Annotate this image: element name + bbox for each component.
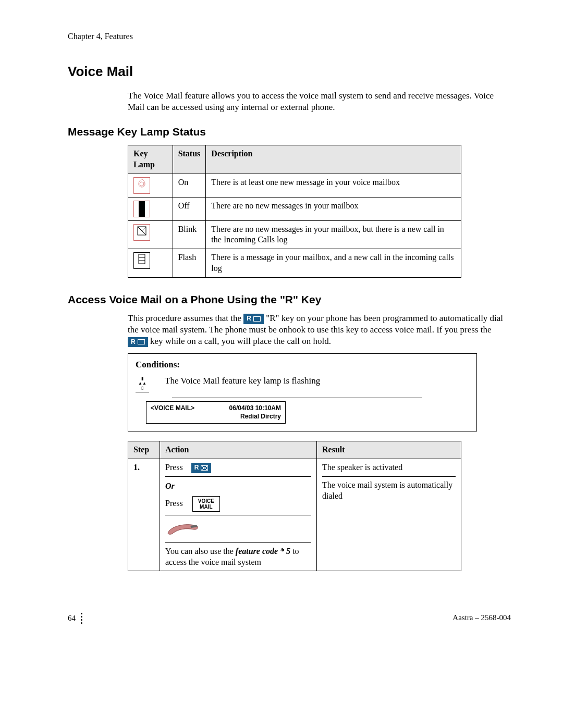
table-row: Off There are no new messages in your ma…: [128, 197, 461, 220]
r-key-icon: R: [243, 314, 264, 324]
text-fragment: key while on a call, you will place the …: [150, 336, 331, 346]
table-header: Step: [128, 441, 160, 459]
press-label: Press: [165, 499, 183, 508]
table-row: Flash There is a message in your mailbox…: [128, 249, 461, 278]
table-header: Action: [160, 441, 317, 459]
result-text: The speaker is activated: [322, 462, 456, 473]
svg-rect-2: [139, 254, 145, 264]
page-number: 64: [68, 613, 76, 624]
step-action-cell: Press R Or Press VOICEMAIL You can also …: [160, 459, 317, 571]
or-label: Or: [165, 481, 311, 492]
conditions-box: Conditions: ▮▲▲▯ The Voice Mail feature …: [128, 353, 477, 431]
divider: [165, 542, 311, 543]
step-result-cell: The speaker is activated The voice mail …: [317, 459, 461, 571]
table-row: 1. Press R Or Press VOICEMAIL You can a: [128, 459, 461, 571]
conditions-title: Conditions:: [136, 359, 469, 371]
lamp-desc-cell: There is at least one new message in you…: [206, 174, 461, 197]
lamp-status-cell: Blink: [173, 220, 206, 249]
footer-doc-id: Aastra – 2568-004: [452, 613, 511, 624]
step-number: 1.: [128, 459, 160, 571]
procedure-paragraph: This procedure assumes that the R "R" ke…: [128, 313, 511, 347]
flashing-lamp-icon: ▮▲▲▯: [136, 375, 149, 392]
lamp-desc-cell: There are no new messages in your mailbo…: [206, 197, 461, 220]
page-title: Voice Mail: [68, 63, 511, 81]
lcd-left-text: <VOICE MAIL>: [151, 404, 194, 413]
feature-code-note: You can also use the feature code * 5 to…: [165, 546, 311, 568]
lcd-right-text: 06/04/03 10:10AM: [229, 404, 281, 413]
chapter-header: Chapter 4, Features: [68, 31, 511, 42]
lamp-desc-cell: There are no new messages in your mailbo…: [206, 220, 461, 249]
handset-icon: [165, 522, 202, 536]
step-table: Step Action Result 1. Press R Or Press V…: [128, 441, 461, 571]
page-footer: 64 Aastra – 2568-004: [68, 613, 511, 624]
table-row: Blink There are no new messages in your …: [128, 220, 461, 249]
r-key-icon: R: [128, 337, 148, 348]
lamp-blink-icon: [133, 224, 150, 241]
r-key-icon: R: [191, 463, 212, 473]
table-header: Result: [317, 441, 461, 459]
conditions-text: The Voice Mail feature key lamp is flash…: [165, 375, 320, 387]
press-label: Press: [165, 463, 183, 472]
lamp-status-cell: On: [173, 174, 206, 197]
text-fragment: This procedure assumes that the: [128, 313, 243, 323]
section-heading: Access Voice Mail on a Phone Using the "…: [68, 292, 511, 306]
divider: [165, 515, 311, 515]
divider: [165, 476, 311, 477]
lamp-flash-icon: [133, 252, 150, 269]
intro-paragraph: The Voice Mail feature allows you to acc…: [128, 90, 511, 113]
table-header: Key Lamp: [128, 145, 173, 174]
section-heading: Message Key Lamp Status: [68, 125, 511, 139]
lcd-softkeys-text: Redial Dirctry: [151, 412, 281, 421]
divider: [322, 476, 456, 477]
table-header: Status: [173, 145, 206, 174]
lamp-on-icon: [133, 177, 150, 194]
lamp-status-cell: Off: [173, 197, 206, 220]
lamp-status-table: Key Lamp Status Description On There is …: [128, 145, 461, 278]
lamp-status-cell: Flash: [173, 249, 206, 278]
lamp-off-icon: [133, 201, 150, 217]
table-header: Description: [206, 145, 461, 174]
result-text: The voice mail system is automatically d…: [322, 480, 456, 502]
lamp-desc-cell: There is a message in your mailbox, and …: [206, 249, 461, 278]
table-row: On There is at least one new message in …: [128, 174, 461, 197]
dots-icon: [81, 613, 82, 624]
svg-point-0: [140, 182, 144, 186]
voice-mail-button-icon: VOICEMAIL: [192, 496, 220, 512]
lcd-display: <VOICE MAIL> 06/04/03 10:10AM Redial Dir…: [146, 401, 286, 424]
divider: [172, 398, 422, 398]
